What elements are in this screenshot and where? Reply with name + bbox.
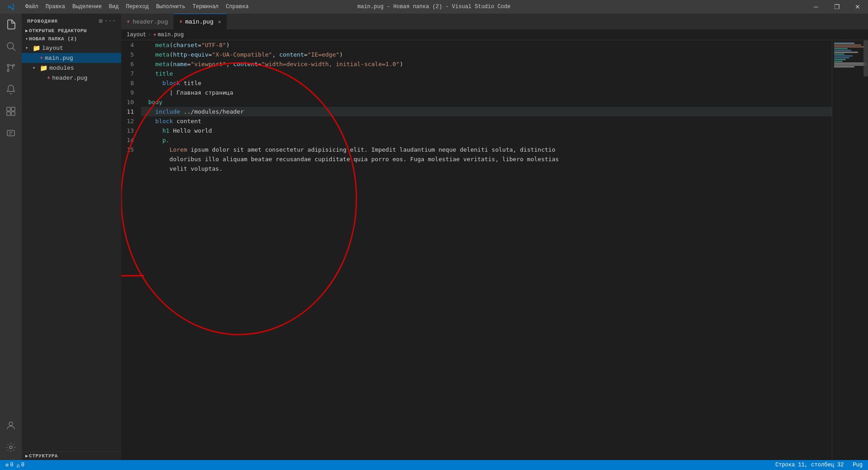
explorer-section-header[interactable]: ▾ НОВАЯ ПАПКА (2): [22, 35, 121, 43]
activity-bar-item-account[interactable]: [0, 415, 22, 436]
activity-bar-item-git[interactable]: [0, 57, 22, 79]
line-num-5: 5: [125, 50, 134, 59]
open-editors-section[interactable]: ▶ ОТКРЫТЫЕ РЕДАКТОРЫ: [22, 27, 121, 35]
line-num-16: [125, 154, 134, 164]
code-line-9: | Главная страница: [141, 88, 832, 97]
line-numbers: 4 5 6 7 8 9 10 11 12 13 14 15: [121, 40, 138, 460]
account-icon: [5, 420, 16, 431]
line-num-12: 12: [125, 116, 134, 126]
code-line-5: meta(http-equiv="X-UA-Compatible", conte…: [141, 50, 832, 59]
svg-line-1: [13, 48, 16, 51]
structure-section[interactable]: ▶ СТРУКТУРА: [22, 451, 121, 460]
minimap-scrollbar[interactable]: [863, 40, 868, 77]
menu-items: Файл Правка Выделение Вид Переход Выполн…: [22, 2, 252, 12]
status-language[interactable]: Pug: [851, 462, 864, 468]
activity-bar-item-explorer[interactable]: [0, 14, 22, 35]
breadcrumb-separator: ›: [148, 32, 151, 38]
line-num-11: 11: [125, 107, 134, 116]
menu-edit[interactable]: Правка: [42, 2, 69, 12]
code-line-15: Lorem ipsum dolor sit amet consectetur a…: [141, 145, 832, 154]
tree-item-layout[interactable]: ▾ 📁 layout: [22, 43, 121, 53]
menu-selection[interactable]: Выделение: [69, 2, 105, 12]
activity-bar-item-remote[interactable]: [0, 122, 22, 144]
line-num-4: 4: [125, 40, 134, 50]
header-pug-file-icon: ♦: [47, 75, 50, 81]
code-line-7: title: [141, 69, 832, 78]
svg-rect-9: [7, 130, 14, 136]
svg-rect-8: [11, 112, 15, 115]
code-line-6: meta(name="viewport", content="width=dev…: [141, 59, 832, 69]
modules-folder-icon: 📁: [40, 64, 47, 72]
main-area: ПРОВОДНИК ⊞ ··· ▶ ОТКРЫТЫЕ РЕДАКТОРЫ ▾ Н…: [0, 14, 868, 460]
breadcrumb-layout[interactable]: layout: [127, 32, 146, 38]
menu-view[interactable]: Вид: [105, 2, 123, 12]
code-area[interactable]: meta(charset="UTF-8") meta(http-equiv="X…: [138, 40, 832, 460]
breadcrumb: layout › ♦ main.pug: [121, 29, 868, 40]
code-line-10: body: [141, 97, 832, 107]
maximize-button[interactable]: ❐: [826, 0, 847, 14]
activity-bar-item-settings[interactable]: [0, 436, 22, 458]
status-errors[interactable]: ⊘ 0 △ 0: [4, 462, 26, 469]
activity-bar-item-search[interactable]: [0, 35, 22, 57]
code-line-14: p.: [141, 135, 832, 145]
extensions-icon: [5, 106, 16, 117]
status-bar-right: Строка 11, столбец 32 Pug: [773, 462, 864, 468]
editor-area: ♦ header.pug ♦ main.pug ✕ layout › ♦ mai…: [121, 14, 868, 460]
status-bar-left: ⊘ 0 △ 0: [4, 462, 26, 469]
tab-main-pug[interactable]: ♦ main.pug ✕: [174, 14, 227, 29]
menu-run[interactable]: Выполнить: [152, 2, 189, 12]
line-num-17: [125, 164, 134, 173]
open-editors-label: ОТКРЫТЫЕ РЕДАКТОРЫ: [29, 28, 87, 34]
line-num-15: 15: [125, 145, 134, 154]
code-line-4: meta(charset="UTF-8"): [141, 40, 832, 50]
line-num-13: 13: [125, 126, 134, 135]
svg-point-11: [9, 446, 12, 449]
editor-content: 4 5 6 7 8 9 10 11 12 13 14 15: [121, 40, 868, 460]
svg-point-3: [13, 64, 14, 66]
open-editors-arrow-icon: ▶: [25, 28, 28, 34]
activity-bar: [0, 14, 22, 460]
activity-bar-item-debug[interactable]: [0, 79, 22, 101]
remote-icon: [5, 128, 16, 139]
menu-go[interactable]: Переход: [122, 2, 152, 12]
warning-icon: △: [16, 462, 19, 469]
code-line-11: include ../modules/header: [141, 107, 832, 116]
file-tree: ▾ 📁 layout ♦ main.pug ▾ 📁: [22, 43, 121, 451]
menu-help[interactable]: Справка: [222, 2, 252, 12]
breadcrumb-mainpug[interactable]: main.pug: [158, 32, 184, 38]
main-pug-file-icon: ♦: [40, 55, 43, 61]
main-pug-tab-close[interactable]: ✕: [218, 19, 221, 25]
sidebar-more-icon[interactable]: ···: [104, 17, 116, 25]
error-icon: ⊘: [5, 462, 9, 469]
breadcrumb-pug-icon: ♦: [153, 32, 156, 38]
code-line-13: h1 Hello world: [141, 126, 832, 135]
debug-icon: [5, 84, 16, 95]
layout-icon[interactable]: ⊞: [99, 17, 102, 25]
title-bar: Файл Правка Выделение Вид Переход Выполн…: [0, 0, 868, 14]
title-bar-title: main.pug - Новая папка (2) - Visual Stud…: [357, 4, 510, 10]
status-position[interactable]: Строка 11, столбец 32: [773, 462, 845, 468]
menu-terminal[interactable]: Терминал: [189, 2, 223, 12]
explorer-section: ▾ НОВАЯ ПАПКА (2) ▾ 📁 layout ♦ main.pug: [22, 35, 121, 451]
activity-bar-item-extensions[interactable]: [0, 101, 22, 122]
tree-item-modules[interactable]: ▾ 📁 modules: [22, 63, 121, 73]
explorer-label: НОВАЯ ПАПКА (2): [29, 36, 77, 42]
minimize-button[interactable]: ─: [806, 0, 826, 14]
warning-count: 0: [21, 462, 24, 468]
tree-item-header-pug[interactable]: ♦ header.pug: [22, 73, 121, 83]
files-icon: [6, 19, 17, 30]
line-num-14: 14: [125, 135, 134, 145]
tabs-bar: ♦ header.pug ♦ main.pug ✕: [121, 14, 868, 29]
git-icon: [5, 62, 16, 73]
close-button[interactable]: ✕: [847, 0, 868, 14]
tree-item-main-pug[interactable]: ♦ main.pug: [22, 53, 121, 63]
svg-rect-7: [7, 112, 10, 115]
line-num-6: 6: [125, 59, 134, 69]
vscode-logo-icon: [7, 3, 14, 10]
header-pug-tab-icon: ♦: [127, 19, 130, 25]
menu-file[interactable]: Файл: [22, 2, 42, 12]
settings-icon: [5, 442, 16, 453]
layout-folder-label: layout: [42, 45, 63, 52]
tab-header-pug[interactable]: ♦ header.pug: [121, 14, 174, 29]
code-line-8: block title: [141, 78, 832, 88]
